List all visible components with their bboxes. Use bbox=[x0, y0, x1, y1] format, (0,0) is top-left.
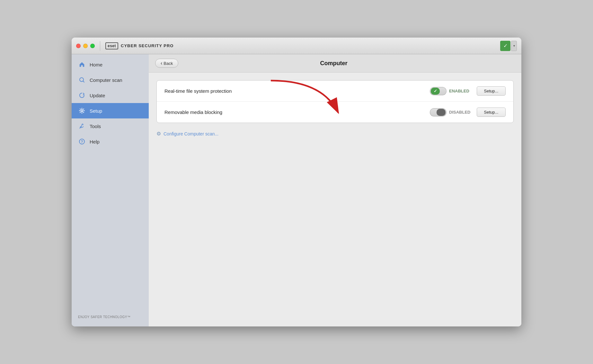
app-window: eset CYBER SECURITY PRO ✓ ▾ Home bbox=[72, 38, 521, 326]
removable-toggle-container: DISABLED bbox=[430, 108, 472, 117]
minimize-button[interactable] bbox=[83, 44, 88, 48]
traffic-lights bbox=[76, 44, 95, 48]
toggle-thumb-enabled: ✓ bbox=[431, 88, 440, 95]
close-button[interactable] bbox=[76, 44, 81, 48]
toggle-thumb-disabled bbox=[437, 109, 446, 116]
maximize-button[interactable] bbox=[90, 44, 95, 48]
titlebar-divider bbox=[100, 41, 100, 51]
removable-media-toggle[interactable] bbox=[430, 108, 447, 117]
realtime-toggle-container: ✓ ENABLED bbox=[430, 87, 472, 95]
brand-name: CYBER SECURITY PRO bbox=[121, 43, 173, 48]
realtime-protection-controls: ✓ ENABLED Setup... bbox=[430, 86, 506, 96]
realtime-status-label: ENABLED bbox=[449, 89, 472, 93]
sidebar-item-tools[interactable]: Tools bbox=[72, 118, 149, 134]
removable-media-controls: DISABLED Setup... bbox=[430, 108, 506, 117]
settings-card: Real-time file system protection ✓ ENABL… bbox=[156, 80, 514, 123]
svg-point-2 bbox=[81, 110, 83, 112]
realtime-setup-button[interactable]: Setup... bbox=[477, 86, 506, 96]
realtime-protection-toggle[interactable]: ✓ bbox=[430, 87, 447, 95]
computer-scan-icon bbox=[78, 76, 86, 84]
realtime-protection-label: Real-time file system protection bbox=[164, 88, 430, 94]
realtime-protection-row: Real-time file system protection ✓ ENABL… bbox=[157, 81, 513, 102]
removable-status-label: DISABLED bbox=[449, 110, 472, 115]
page-title: Computer bbox=[178, 60, 489, 67]
sidebar-item-setup[interactable]: Setup bbox=[72, 103, 149, 118]
titlebar-dropdown-button[interactable]: ▾ bbox=[511, 41, 517, 51]
sidebar-item-help[interactable]: ? Help bbox=[72, 134, 149, 149]
removable-media-label: Removable media blocking bbox=[164, 109, 430, 115]
sidebar-label-help: Help bbox=[90, 139, 100, 144]
setup-icon bbox=[78, 107, 86, 115]
titlebar: eset CYBER SECURITY PRO ✓ ▾ bbox=[72, 38, 521, 54]
removable-media-row: Removable media blocking DISABLED Setup.… bbox=[157, 102, 513, 123]
configure-link-label: Configure Computer scan... bbox=[164, 131, 218, 136]
removable-setup-button[interactable]: Setup... bbox=[477, 108, 506, 117]
svg-text:?: ? bbox=[81, 140, 83, 144]
titlebar-brand: eset CYBER SECURITY PRO bbox=[105, 42, 173, 49]
content-area: Back Computer Real-time file system prot… bbox=[149, 54, 521, 326]
titlebar-right: ✓ ▾ bbox=[500, 41, 517, 51]
configure-gear-icon: ⚙ bbox=[156, 131, 161, 137]
sidebar-footer: ENJOY SAFER TECHNOLOGY™ bbox=[72, 310, 149, 324]
tools-icon bbox=[78, 122, 86, 130]
sidebar-label-update: Update bbox=[90, 93, 105, 98]
help-icon: ? bbox=[78, 138, 86, 145]
sidebar-item-home[interactable]: Home bbox=[72, 57, 149, 72]
sidebar: Home Computer scan bbox=[72, 54, 149, 326]
main-layout: Home Computer scan bbox=[72, 54, 521, 326]
sidebar-label-home: Home bbox=[90, 62, 102, 67]
status-check-badge[interactable]: ✓ bbox=[500, 41, 510, 51]
content-body: Real-time file system protection ✓ ENABL… bbox=[149, 73, 521, 326]
svg-line-1 bbox=[83, 81, 84, 82]
back-button[interactable]: Back bbox=[155, 59, 178, 68]
sidebar-item-update[interactable]: Update bbox=[72, 88, 149, 103]
content-header: Back Computer bbox=[149, 54, 521, 73]
eset-logo: eset bbox=[105, 42, 118, 49]
sidebar-label-tools: Tools bbox=[90, 124, 101, 129]
configure-computer-scan-link[interactable]: ⚙ Configure Computer scan... bbox=[156, 129, 514, 138]
sidebar-label-computer-scan: Computer scan bbox=[90, 77, 122, 83]
home-icon bbox=[78, 61, 86, 68]
sidebar-item-computer-scan[interactable]: Computer scan bbox=[72, 72, 149, 88]
sidebar-label-setup: Setup bbox=[90, 108, 102, 114]
update-icon bbox=[78, 91, 86, 99]
